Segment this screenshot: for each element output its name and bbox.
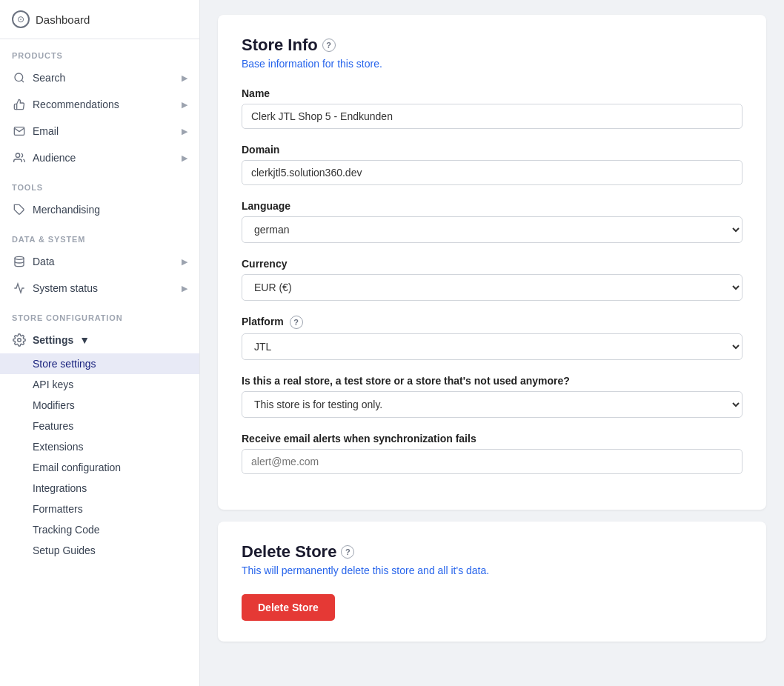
- sidebar-item-merchandising[interactable]: Merchandising: [0, 196, 199, 223]
- sidebar-item-data[interactable]: Data ▶: [0, 248, 199, 275]
- sidebar-sub-item-formatters[interactable]: Formatters: [0, 499, 199, 519]
- email-alerts-input[interactable]: [242, 449, 743, 474]
- svg-point-5: [18, 339, 21, 342]
- platform-help-icon[interactable]: ?: [290, 316, 303, 329]
- settings-dropdown-icon: ▼: [79, 334, 90, 346]
- delete-store-card: Delete Store ? This will permanently del…: [218, 522, 766, 642]
- store-info-subtitle: Base information for this store.: [242, 58, 743, 70]
- sidebar-item-recommendations[interactable]: Recommendations ▶: [0, 91, 199, 118]
- svg-point-4: [15, 256, 24, 259]
- domain-label: Domain: [242, 144, 743, 156]
- store-type-group: Is this a real store, a test store or a …: [242, 375, 743, 418]
- sidebar-item-audience[interactable]: Audience ▶: [0, 144, 199, 171]
- sidebar-sub-item-setup-guides[interactable]: Setup Guides: [0, 540, 199, 561]
- sidebar: ⊙ Dashboard PRODUCTS Search ▶ Recommenda…: [0, 0, 200, 686]
- svg-point-0: [15, 73, 23, 81]
- currency-select[interactable]: EUR (€) USD ($) GBP (£): [242, 274, 743, 301]
- domain-group: Domain: [242, 144, 743, 185]
- audience-chevron: ▶: [182, 153, 187, 163]
- delete-store-button[interactable]: Delete Store: [242, 594, 335, 621]
- sidebar-sub-item-tracking-code[interactable]: Tracking Code: [0, 519, 199, 540]
- search-chevron: ▶: [182, 73, 187, 83]
- language-label: Language: [242, 200, 743, 212]
- name-input[interactable]: [242, 104, 743, 129]
- audience-icon: [12, 150, 27, 165]
- section-data-system: DATA & SYSTEM: [0, 223, 199, 248]
- sidebar-sub-item-features[interactable]: Features: [0, 416, 199, 436]
- sidebar-sub-item-store-settings[interactable]: Store settings: [0, 353, 199, 374]
- email-icon: [12, 124, 27, 139]
- recommendations-chevron: ▶: [182, 100, 187, 110]
- delete-store-subtitle: This will permanently delete this store …: [242, 565, 743, 576]
- dashboard-icon: ⊙: [12, 10, 30, 28]
- store-type-question: Is this a real store, a test store or a …: [242, 375, 743, 387]
- delete-store-help-icon[interactable]: ?: [341, 545, 354, 559]
- settings-label: Settings: [33, 334, 73, 346]
- store-info-card: Store Info ? Base information for this s…: [218, 15, 766, 510]
- sidebar-item-search-label: Search: [33, 72, 65, 84]
- name-label: Name: [242, 87, 743, 99]
- sidebar-item-search[interactable]: Search ▶: [0, 64, 199, 91]
- sidebar-dashboard[interactable]: ⊙ Dashboard: [0, 0, 199, 39]
- sidebar-item-recommendations-label: Recommendations: [33, 99, 119, 110]
- sidebar-item-email-label: Email: [33, 125, 59, 137]
- sidebar-sub-item-extensions[interactable]: Extensions: [0, 436, 199, 457]
- language-select[interactable]: german english french spanish: [242, 216, 743, 243]
- sidebar-item-system-status-label: System status: [33, 282, 98, 294]
- store-info-title: Store Info ?: [242, 36, 743, 55]
- data-icon: [12, 254, 27, 269]
- sidebar-sub-item-api-keys[interactable]: API keys: [0, 374, 199, 395]
- store-type-select[interactable]: This store is for testing only. This is …: [242, 391, 743, 418]
- platform-select[interactable]: JTL Shopify WooCommerce Magento: [242, 333, 743, 360]
- system-status-icon: [12, 281, 27, 296]
- delete-store-title: Delete Store ?: [242, 542, 743, 562]
- system-status-chevron: ▶: [182, 284, 187, 293]
- sidebar-sub-item-modifiers[interactable]: Modifiers: [0, 395, 199, 416]
- currency-label: Currency: [242, 258, 743, 270]
- sidebar-item-data-label: Data: [33, 256, 55, 267]
- section-products: PRODUCTS: [0, 39, 199, 64]
- name-group: Name: [242, 87, 743, 129]
- recommendations-icon: [12, 97, 27, 112]
- data-chevron: ▶: [182, 257, 187, 267]
- email-chevron: ▶: [182, 127, 187, 136]
- platform-label: Platform ?: [242, 316, 743, 329]
- settings-gear-icon: [12, 333, 27, 347]
- section-store-config: STORE CONFIGURATION: [0, 302, 199, 327]
- domain-input[interactable]: [242, 160, 743, 185]
- sidebar-item-system-status[interactable]: System status ▶: [0, 275, 199, 302]
- sidebar-item-merchandising-label: Merchandising: [33, 204, 100, 216]
- sidebar-item-email[interactable]: Email ▶: [0, 118, 199, 144]
- dashboard-label: Dashboard: [36, 13, 90, 26]
- sidebar-item-audience-label: Audience: [33, 152, 76, 164]
- merchandising-icon: [12, 202, 27, 217]
- currency-group: Currency EUR (€) USD ($) GBP (£): [242, 258, 743, 301]
- svg-line-1: [21, 80, 24, 82]
- email-alerts-label: Receive email alerts when synchronizatio…: [242, 433, 743, 444]
- platform-group: Platform ? JTL Shopify WooCommerce Magen…: [242, 316, 743, 360]
- main-content: Store Info ? Base information for this s…: [200, 0, 784, 686]
- sidebar-sub-item-email-configuration[interactable]: Email configuration: [0, 457, 199, 478]
- svg-point-2: [16, 153, 19, 157]
- settings-parent[interactable]: Settings ▼: [0, 327, 199, 353]
- store-info-help-icon[interactable]: ?: [322, 39, 336, 52]
- section-tools: TOOLS: [0, 171, 199, 196]
- email-alerts-group: Receive email alerts when synchronizatio…: [242, 433, 743, 474]
- sidebar-sub-item-integrations[interactable]: Integrations: [0, 478, 199, 499]
- search-icon: [12, 70, 27, 85]
- language-group: Language german english french spanish: [242, 200, 743, 243]
